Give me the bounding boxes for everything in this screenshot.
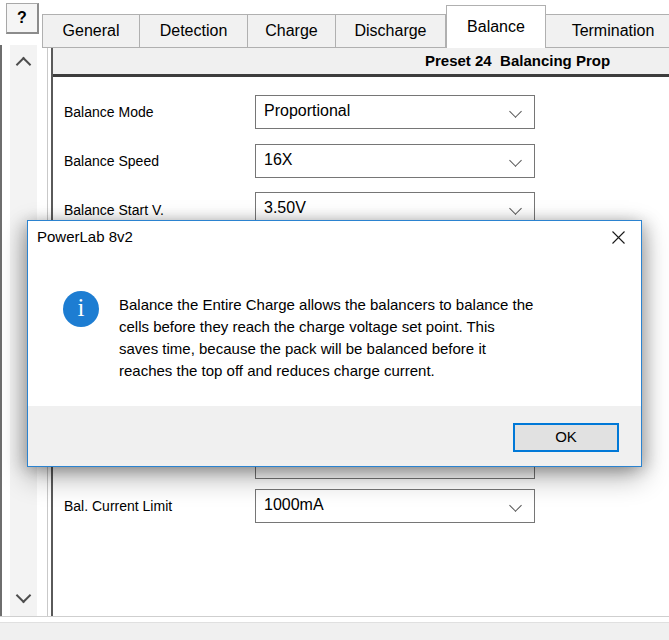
content-bottom-divider: [0, 616, 669, 617]
dialog-message-line: reaches the top off and reduces charge c…: [119, 360, 599, 382]
tab-charge[interactable]: Charge: [248, 14, 336, 48]
chevron-down-icon: [509, 499, 522, 512]
dialog-title: PowerLab 8v2: [37, 228, 133, 245]
bal-current-limit-label: Bal. Current Limit: [64, 498, 172, 514]
tab-bar: General Detection Charge Discharge Balan…: [42, 5, 669, 48]
dialog-message: Balance the Entire Charge allows the bal…: [119, 294, 599, 382]
scroll-down-button[interactable]: [10, 586, 37, 610]
bal-current-limit-value: 1000mA: [264, 496, 324, 514]
chevron-down-icon: [509, 105, 522, 118]
help-button[interactable]: ?: [6, 3, 39, 34]
message-dialog: PowerLab 8v2 i Balance the Entire Charge…: [27, 220, 642, 467]
dialog-message-line: saves time, because the pack will be bal…: [119, 338, 599, 360]
bal-current-limit-combobox[interactable]: 1000mA: [255, 489, 535, 523]
bottom-status-strip: [0, 622, 669, 640]
tab-discharge[interactable]: Discharge: [336, 14, 446, 48]
tab-detection[interactable]: Detection: [140, 14, 248, 48]
balance-mode-label: Balance Mode: [64, 104, 154, 120]
dialog-message-line: cells before they reach the charge volta…: [119, 316, 599, 338]
info-icon: i: [63, 291, 99, 327]
dialog-message-line: Balance the Entire Charge allows the bal…: [119, 294, 599, 316]
app-window: ? General Detection Charge Discharge Bal…: [0, 0, 669, 640]
balance-start-v-value: 3.50V: [264, 199, 306, 217]
chevron-down-icon: [16, 588, 32, 604]
close-icon: [611, 230, 626, 245]
balance-start-v-label: Balance Start V.: [64, 202, 164, 218]
chevron-down-icon: [509, 202, 522, 215]
scroll-up-button[interactable]: [10, 51, 37, 75]
balance-speed-combobox[interactable]: 16X: [255, 144, 535, 178]
dialog-footer: OK: [28, 406, 641, 466]
balance-speed-label: Balance Speed: [64, 153, 159, 169]
window-left-border: [0, 45, 2, 616]
balance-speed-value: 16X: [264, 151, 292, 169]
balance-mode-combobox[interactable]: Proportional: [255, 95, 535, 129]
preset-header-bar: Preset 24 Balancing Prop: [53, 48, 669, 77]
tab-balance[interactable]: Balance: [446, 5, 546, 48]
tab-general[interactable]: General: [42, 14, 140, 48]
balance-mode-value: Proportional: [264, 102, 350, 120]
preset-header-title: Preset 24 Balancing Prop: [425, 52, 610, 69]
ok-button[interactable]: OK: [513, 423, 619, 452]
chevron-down-icon: [509, 154, 522, 167]
close-button[interactable]: [595, 221, 641, 253]
tab-termination[interactable]: Termination: [546, 14, 669, 48]
chevron-up-icon: [16, 57, 32, 73]
